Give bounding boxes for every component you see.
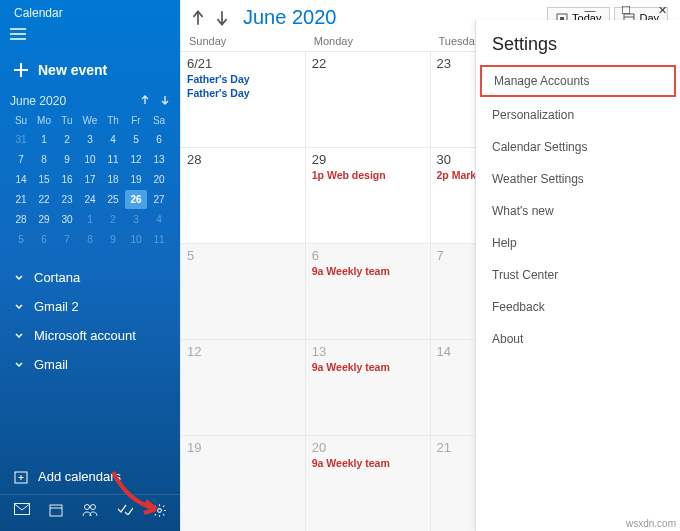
mini-weekday: Sa	[148, 112, 170, 129]
mini-day[interactable]: 30	[56, 210, 78, 229]
event-item[interactable]: Father's Day	[187, 73, 299, 85]
mini-day[interactable]: 22	[33, 190, 55, 209]
settings-item[interactable]: Trust Center	[476, 259, 680, 291]
event-item[interactable]: Father's Day	[187, 87, 299, 99]
account-label: Cortana	[34, 270, 80, 285]
window-controls: — ☐ ✕	[180, 0, 680, 20]
mini-day[interactable]: 7	[10, 150, 32, 169]
mini-day[interactable]: 21	[10, 190, 32, 209]
new-event-button[interactable]: New event	[0, 50, 180, 90]
mini-day[interactable]: 8	[79, 230, 101, 249]
mini-day[interactable]: 19	[125, 170, 147, 189]
account-item[interactable]: Gmail 2	[10, 292, 170, 321]
settings-item[interactable]: Help	[476, 227, 680, 259]
close-button[interactable]: ✕	[644, 0, 680, 20]
mini-day[interactable]: 18	[102, 170, 124, 189]
settings-item[interactable]: Feedback	[476, 291, 680, 323]
account-item[interactable]: Microsoft account	[10, 321, 170, 350]
mini-day[interactable]: 10	[125, 230, 147, 249]
mini-day[interactable]: 6	[33, 230, 55, 249]
settings-item[interactable]: What's new	[476, 195, 680, 227]
mini-day[interactable]: 27	[148, 190, 170, 209]
mini-day[interactable]: 29	[33, 210, 55, 229]
hamburger-icon[interactable]	[10, 26, 170, 44]
settings-item[interactable]: Personalization	[476, 99, 680, 131]
settings-title: Settings	[476, 28, 680, 65]
calendar-cell[interactable]: 5	[181, 243, 306, 339]
event-item[interactable]: 9a Weekly team	[312, 265, 424, 277]
todo-icon[interactable]	[117, 503, 133, 521]
svg-point-3	[84, 505, 89, 510]
calendar-cell[interactable]: 291p Web design	[306, 147, 431, 243]
mini-day[interactable]: 11	[148, 230, 170, 249]
mini-day[interactable]: 28	[10, 210, 32, 229]
mini-weekday: We	[79, 112, 101, 129]
add-calendars-button[interactable]: Add calendars	[0, 459, 180, 494]
chevron-down-icon	[14, 302, 24, 312]
mini-day[interactable]: 9	[102, 230, 124, 249]
mini-day[interactable]: 9	[56, 150, 78, 169]
mini-day[interactable]: 5	[125, 130, 147, 149]
mini-day[interactable]: 13	[148, 150, 170, 169]
mini-day[interactable]: 14	[10, 170, 32, 189]
calendar-cell[interactable]: 209a Weekly team	[306, 435, 431, 531]
account-list: CortanaGmail 2Microsoft accountGmail	[0, 257, 180, 385]
mini-prev-icon[interactable]	[140, 95, 150, 105]
event-item[interactable]: 1p Web design	[312, 169, 424, 181]
mini-day[interactable]: 10	[79, 150, 101, 169]
chevron-down-icon	[14, 360, 24, 370]
account-item[interactable]: Gmail	[10, 350, 170, 379]
calendar-cell[interactable]: 28	[181, 147, 306, 243]
calendar-cell[interactable]: 69a Weekly team	[306, 243, 431, 339]
mini-day[interactable]: 2	[56, 130, 78, 149]
account-label: Gmail 2	[34, 299, 79, 314]
calendar-cell[interactable]: 22	[306, 51, 431, 147]
mini-day[interactable]: 15	[33, 170, 55, 189]
mini-day[interactable]: 16	[56, 170, 78, 189]
settings-icon[interactable]	[152, 503, 167, 521]
minimize-button[interactable]: —	[572, 0, 608, 20]
mini-day[interactable]: 20	[148, 170, 170, 189]
mini-day[interactable]: 4	[148, 210, 170, 229]
date-number: 22	[312, 56, 424, 71]
mini-day[interactable]: 31	[10, 130, 32, 149]
calendar-cell[interactable]: 6/21Father's DayFather's Day	[181, 51, 306, 147]
mini-day[interactable]: 6	[148, 130, 170, 149]
mini-day[interactable]: 1	[33, 130, 55, 149]
calendar-cell[interactable]: 12	[181, 339, 306, 435]
mini-day[interactable]: 3	[79, 130, 101, 149]
mini-day[interactable]: 23	[56, 190, 78, 209]
mini-day[interactable]: 5	[10, 230, 32, 249]
mini-day[interactable]: 11	[102, 150, 124, 169]
mini-weekday: Th	[102, 112, 124, 129]
bottom-nav	[0, 494, 180, 531]
mini-day[interactable]: 25	[102, 190, 124, 209]
mini-day[interactable]: 26	[125, 190, 147, 209]
settings-item[interactable]: Manage Accounts	[480, 65, 676, 97]
mini-day[interactable]: 7	[56, 230, 78, 249]
mini-day[interactable]: 4	[102, 130, 124, 149]
mini-month-label[interactable]: June 2020	[10, 94, 66, 108]
settings-item[interactable]: Calendar Settings	[476, 131, 680, 163]
mini-day[interactable]: 2	[102, 210, 124, 229]
mini-day[interactable]: 3	[125, 210, 147, 229]
calendar-cell[interactable]: 19	[181, 435, 306, 531]
mini-day[interactable]: 1	[79, 210, 101, 229]
mini-day[interactable]: 12	[125, 150, 147, 169]
mini-day[interactable]: 8	[33, 150, 55, 169]
event-item[interactable]: 9a Weekly team	[312, 361, 424, 373]
add-calendars-label: Add calendars	[38, 469, 121, 484]
people-icon[interactable]	[82, 503, 98, 521]
settings-item[interactable]: Weather Settings	[476, 163, 680, 195]
settings-item[interactable]: About	[476, 323, 680, 355]
mini-next-icon[interactable]	[160, 95, 170, 105]
maximize-button[interactable]: ☐	[608, 0, 644, 20]
calendar-cell[interactable]: 139a Weekly team	[306, 339, 431, 435]
mini-day[interactable]: 24	[79, 190, 101, 209]
date-number: 20	[312, 440, 424, 455]
mail-icon[interactable]	[14, 503, 30, 521]
mini-day[interactable]: 17	[79, 170, 101, 189]
account-item[interactable]: Cortana	[10, 263, 170, 292]
calendar-icon[interactable]	[49, 503, 63, 521]
event-item[interactable]: 9a Weekly team	[312, 457, 424, 469]
